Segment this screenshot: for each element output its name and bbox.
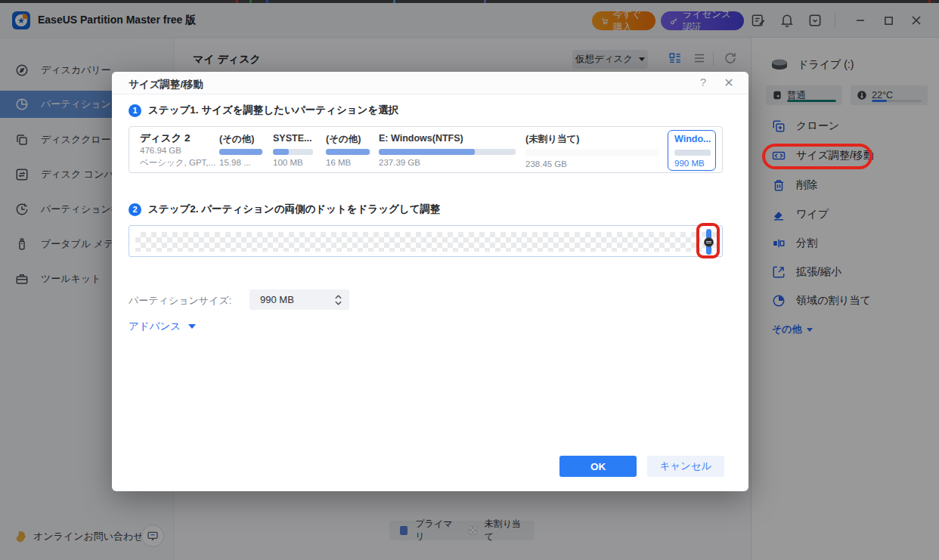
- partition-size-label: パーティションサイズ:: [129, 294, 231, 308]
- step1-label: ステップ1. サイズを調整したいパーティションを選択: [148, 104, 398, 117]
- disk-partition-strip: ディスク 2 476.94 GB ベーシック, GPT,... (その他) 15…: [129, 126, 723, 173]
- screen: ★ EaseUS Partition Master free 版 今すぐ購入 ラ…: [0, 0, 939, 560]
- step1-number-badge: 1: [129, 104, 141, 117]
- annotation-drag-handle: [696, 223, 720, 258]
- partition-bar: [273, 149, 313, 155]
- disk-type: ベーシック, GPT,...: [140, 157, 215, 169]
- chevron-down-icon: [188, 324, 196, 329]
- unallocated-space-area: [135, 232, 717, 252]
- annotation-resize-move-action: [762, 144, 872, 169]
- resize-slider-track: [129, 225, 723, 257]
- partition-other-2[interactable]: (その他) 16 MB: [326, 127, 370, 174]
- disk-info: ディスク 2 476.94 GB ベーシック, GPT,...: [140, 127, 215, 174]
- help-icon[interactable]: ?: [696, 76, 711, 91]
- step2-number-badge: 2: [129, 203, 141, 216]
- size-stepper[interactable]: [330, 289, 346, 310]
- partition-windows-selected[interactable]: Windo... 990 MB: [668, 130, 716, 171]
- stepper-up-icon[interactable]: [335, 295, 342, 299]
- partition-bar: [219, 149, 262, 155]
- partition-bar: [379, 149, 516, 155]
- partition-system[interactable]: SYSTE... 100 MB: [273, 127, 313, 174]
- disk-name: ディスク 2: [140, 131, 191, 145]
- ok-button[interactable]: OK: [559, 456, 637, 477]
- partition-unallocated[interactable]: (未割り当て) 238.45 GB: [525, 127, 659, 174]
- advanced-toggle[interactable]: アドバンス: [129, 320, 196, 333]
- unallocated-bar: [525, 149, 659, 156]
- partition-size-value: 990 MB: [260, 294, 294, 305]
- step2-label: ステップ2. パーティションの両側のドットをドラッグして調整: [148, 203, 440, 216]
- dialog-close-icon[interactable]: ✕: [721, 76, 736, 91]
- dialog-header: サイズ調整/移動 ? ✕: [112, 72, 748, 94]
- dialog-title: サイズ調整/移動: [129, 78, 203, 91]
- partition-other-1[interactable]: (その他) 15.98 ...: [219, 127, 262, 174]
- advanced-label: アドバンス: [129, 320, 181, 333]
- resize-move-dialog: サイズ調整/移動 ? ✕ 1 ステップ1. サイズを調整したいパーティションを選…: [112, 72, 748, 491]
- cancel-button[interactable]: キャンセル: [647, 456, 724, 477]
- partition-bar: [674, 150, 711, 156]
- partition-bar: [326, 149, 370, 155]
- step1-row: 1 ステップ1. サイズを調整したいパーティションを選択: [129, 104, 398, 117]
- partition-e-windows[interactable]: E: Windows(NTFS) 237.39 GB: [379, 127, 516, 174]
- disk-capacity: 476.94 GB: [140, 146, 181, 155]
- stepper-down-icon[interactable]: [335, 301, 342, 305]
- partition-size-input[interactable]: 990 MB: [249, 289, 349, 310]
- step2-row: 2 ステップ2. パーティションの両側のドットをドラッグして調整: [129, 203, 440, 216]
